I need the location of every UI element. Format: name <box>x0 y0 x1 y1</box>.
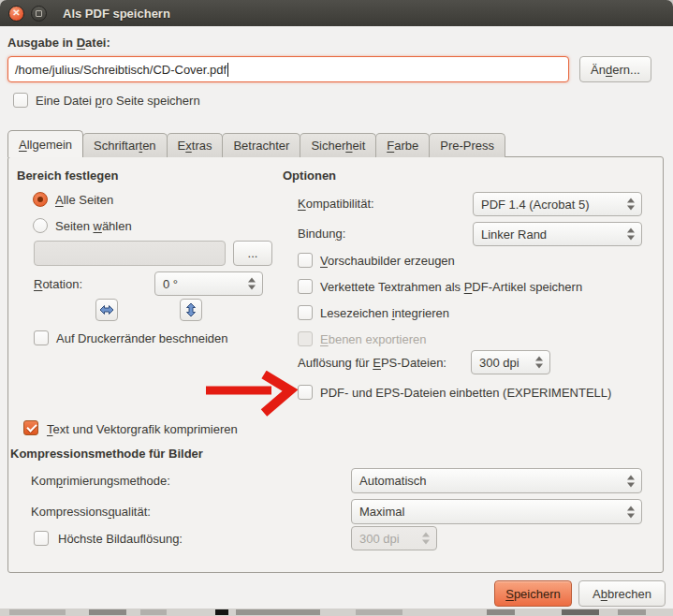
compress-text-label[interactable]: Text und Vektorgrafik komprimieren <box>47 422 238 437</box>
dialog-body: Ausgabe in Datei: /home/julius/Schreibti… <box>0 26 673 609</box>
rotation-label: Rotation: <box>34 277 82 292</box>
close-button[interactable]: ✕ <box>8 6 24 22</box>
compression-quality-select[interactable]: Maximal <box>351 499 642 524</box>
combo-arrows-icon <box>627 475 635 487</box>
spinner-arrows-icon[interactable] <box>535 357 543 369</box>
articles-checkbox[interactable] <box>298 279 313 294</box>
compression-method-label: Komprimierungsmethode: <box>31 474 170 489</box>
choose-pages-label[interactable]: Seiten wählen <box>55 219 132 234</box>
file-path-input[interactable]: /home/julius/Schreibtisch/CD-Cover.pdf <box>7 56 569 82</box>
combo-arrows-icon <box>627 506 635 518</box>
eps-resolution-label: Auflösung für EPS-Dateien: <box>298 356 446 371</box>
maximize-button[interactable] <box>31 6 47 22</box>
tab-pre-press[interactable]: Pre-Press <box>429 133 505 157</box>
tab-extras[interactable]: Extras <box>167 133 224 157</box>
one-file-per-page-checkbox[interactable] <box>13 93 28 108</box>
compression-quality-value: Maximal <box>359 505 404 519</box>
all-pages-label[interactable]: Alle Seiten <box>55 193 113 208</box>
spinner-arrows-icon <box>422 533 430 545</box>
compatibility-value: PDF 1.4 (Acrobat 5) <box>481 198 590 212</box>
clip-to-margins-label[interactable]: Auf Druckerränder beschneiden <box>56 331 228 346</box>
vertical-double-arrow-icon <box>185 302 197 317</box>
max-resolution-label[interactable]: Höchste Bildauflösung: <box>58 532 183 547</box>
red-arrow-annotation <box>197 371 301 418</box>
compression-section-title: Kompressionsmethode für Bilder <box>10 447 203 462</box>
screen-artifact-strip <box>0 609 673 616</box>
layers-checkbox <box>298 331 313 346</box>
compression-method-value: Automatisch <box>359 474 427 488</box>
thumbnails-label[interactable]: Vorschaubilder erzeugen <box>320 254 455 269</box>
titlebar[interactable]: ✕ Als PDF speichern <box>0 0 673 26</box>
ellipsis-button[interactable]: ... <box>233 241 272 266</box>
choose-pages-radio[interactable] <box>33 218 48 233</box>
eps-resolution-spinner[interactable]: 300 dpi <box>471 350 550 374</box>
pages-input <box>34 241 226 266</box>
clip-to-margins-checkbox[interactable] <box>34 330 49 345</box>
mirror-horizontal-button[interactable] <box>95 299 118 321</box>
layers-label: Ebenen exportieren <box>320 332 426 347</box>
output-file-label: Ausgabe in Datei: <box>7 36 110 51</box>
tab-sicherheit[interactable]: Sicherheit <box>300 133 376 157</box>
eps-resolution-value: 300 dpi <box>479 356 519 370</box>
compress-text-checkbox[interactable] <box>23 420 38 435</box>
save-button[interactable]: Speichern <box>494 580 572 607</box>
bookmarks-checkbox[interactable] <box>298 305 313 320</box>
max-resolution-spinner: 300 dpi <box>351 526 437 550</box>
binding-label: Bindung: <box>298 227 345 242</box>
maximize-icon <box>36 10 42 17</box>
binding-value: Linker Rand <box>481 227 547 242</box>
tab-farbe[interactable]: Farbe <box>375 133 430 157</box>
horizontal-double-arrow-icon <box>99 304 114 315</box>
window-title: Als PDF speichern <box>63 7 170 21</box>
thumbnails-checkbox[interactable] <box>298 253 313 268</box>
tab-betrachter[interactable]: Betrachter <box>222 133 300 157</box>
range-section-title: Bereich festlegen <box>17 169 118 183</box>
binding-select[interactable]: Linker Rand <box>473 222 642 246</box>
articles-label[interactable]: Verkettete Textrahmen als PDF-Artikel sp… <box>320 280 582 295</box>
file-path-value: /home/julius/Schreibtisch/CD-Cover.pdf <box>15 63 227 77</box>
save-as-pdf-dialog: ✕ Als PDF speichern Ausgabe in Datei: /h… <box>0 0 673 616</box>
spinner-arrows-icon[interactable] <box>248 278 256 290</box>
tab-schriftarten[interactable]: Schriftarten <box>82 133 168 157</box>
embed-pdf-eps-label[interactable]: PDF- und EPS-Dateien einbetten (EXPERIME… <box>320 386 611 401</box>
compression-method-select[interactable]: Automatisch <box>351 468 642 493</box>
all-pages-radio[interactable] <box>33 192 48 207</box>
rotation-value: 0 ° <box>163 277 178 291</box>
text-caret <box>227 63 228 77</box>
mirror-vertical-button[interactable] <box>180 299 202 321</box>
rotation-spinner[interactable]: 0 ° <box>154 271 263 296</box>
one-file-per-page-label[interactable]: Eine Datei pro Seite speichern <box>36 94 200 109</box>
change-button[interactable]: Ändern... <box>579 56 651 82</box>
compression-quality-label: Kompressionsqualität: <box>31 505 151 520</box>
embed-pdf-eps-checkbox[interactable] <box>298 385 313 400</box>
tab-allgemein[interactable]: Allgemein <box>7 130 83 157</box>
cancel-button[interactable]: Abbrechen <box>578 580 666 607</box>
combo-arrows-icon <box>627 228 635 241</box>
compatibility-select[interactable]: PDF 1.4 (Acrobat 5) <box>473 192 642 216</box>
compatibility-label: Kompatibilität: <box>298 197 374 212</box>
bookmarks-label[interactable]: Lesezeichen integrieren <box>320 306 449 321</box>
combo-arrows-icon <box>627 198 635 211</box>
max-resolution-checkbox[interactable] <box>34 531 49 546</box>
close-icon: ✕ <box>12 8 20 18</box>
max-resolution-value: 300 dpi <box>359 532 400 546</box>
options-section-title: Optionen <box>283 169 336 183</box>
tab-bar: Allgemein Schriftarten Extras Betrachter… <box>7 130 505 157</box>
